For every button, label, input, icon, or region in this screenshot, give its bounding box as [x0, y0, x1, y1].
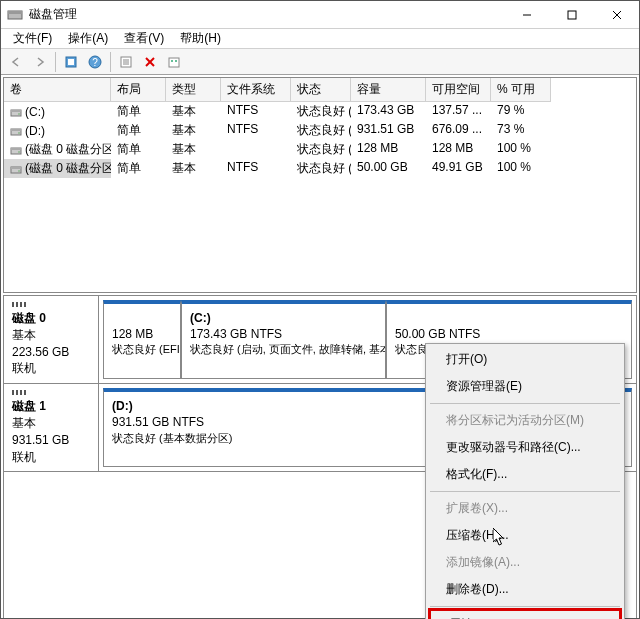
- close-button[interactable]: [594, 1, 639, 29]
- context-menu-item[interactable]: 更改驱动器号和路径(C)...: [428, 434, 622, 461]
- col-capacity[interactable]: 容量: [351, 78, 426, 102]
- partition-size: 50.00 GB NTFS: [395, 326, 623, 342]
- context-menu-item[interactable]: 属性(P): [431, 611, 619, 619]
- svg-rect-1: [8, 11, 22, 14]
- titlebar: 磁盘管理: [1, 1, 639, 29]
- disk-type: 基本: [12, 415, 90, 432]
- volume-fs: NTFS: [221, 159, 291, 178]
- svg-point-27: [18, 151, 20, 153]
- disk-size: 931.51 GB: [12, 432, 90, 449]
- volume-type: 基本: [166, 140, 221, 159]
- toolbar-separator: [110, 52, 111, 72]
- refresh-button[interactable]: [60, 51, 82, 73]
- volume-row[interactable]: (C:)简单基本NTFS状态良好 (...173.43 GB137.57 ...…: [4, 102, 636, 121]
- forward-button: [29, 51, 51, 73]
- partition[interactable]: 128 MB状态良好 (EFI 系统: [103, 300, 181, 379]
- volume-capacity: 128 MB: [351, 140, 426, 159]
- svg-point-17: [171, 60, 173, 62]
- context-menu-item[interactable]: 打开(O): [428, 346, 622, 373]
- context-menu-item: 将分区标记为活动分区(M): [428, 407, 622, 434]
- volume-list-header: 卷 布局 类型 文件系统 状态 容量 可用空间 % 可用: [4, 78, 636, 102]
- col-fs[interactable]: 文件系统: [221, 78, 291, 102]
- volume-status: 状态良好 (...: [291, 140, 351, 159]
- properties-button[interactable]: [163, 51, 185, 73]
- volume-name: (磁盘 0 磁盘分区 4): [25, 160, 111, 177]
- volume-fs: [221, 140, 291, 159]
- svg-rect-20: [11, 110, 21, 112]
- volume-layout: 简单: [111, 102, 166, 121]
- context-menu-separator: [430, 606, 620, 607]
- disk-info[interactable]: 磁盘 1基本931.51 GB联机: [4, 384, 99, 471]
- col-type[interactable]: 类型: [166, 78, 221, 102]
- col-pct[interactable]: % 可用: [491, 78, 551, 102]
- svg-rect-3: [568, 11, 576, 19]
- context-menu-item[interactable]: 压缩卷(H)...: [428, 522, 622, 549]
- toolbar-separator: [55, 52, 56, 72]
- partition-status: 状态良好 (启动, 页面文件, 故障转储, 基本数据分: [190, 342, 377, 357]
- volume-name: (C:): [25, 105, 45, 119]
- disk-size: 223.56 GB: [12, 344, 90, 361]
- delete-button[interactable]: [139, 51, 161, 73]
- disk-stripe-icon: [12, 302, 28, 307]
- maximize-button[interactable]: [549, 1, 594, 29]
- minimize-button[interactable]: [504, 1, 549, 29]
- volume-capacity: 50.00 GB: [351, 159, 426, 178]
- volume-pct: 73 %: [491, 121, 551, 140]
- partition-name: (C:): [190, 310, 377, 326]
- volume-type: 基本: [166, 159, 221, 178]
- col-status[interactable]: 状态: [291, 78, 351, 102]
- disk-name: 磁盘 0: [12, 310, 90, 327]
- settings-button[interactable]: [115, 51, 137, 73]
- menu-help[interactable]: 帮助(H): [172, 28, 229, 49]
- menu-file[interactable]: 文件(F): [5, 28, 60, 49]
- drive-icon: [10, 144, 22, 156]
- volume-type: 基本: [166, 102, 221, 121]
- svg-point-30: [18, 170, 20, 172]
- disk-info[interactable]: 磁盘 0基本223.56 GB联机: [4, 296, 99, 383]
- svg-rect-16: [169, 58, 179, 67]
- svg-rect-29: [11, 167, 21, 169]
- volume-status: 状态良好 (...: [291, 102, 351, 121]
- col-layout[interactable]: 布局: [111, 78, 166, 102]
- back-button: [5, 51, 27, 73]
- help-button[interactable]: ?: [84, 51, 106, 73]
- volume-layout: 简单: [111, 121, 166, 140]
- volume-fs: NTFS: [221, 102, 291, 121]
- volume-fs: NTFS: [221, 121, 291, 140]
- volume-status: 状态良好 (...: [291, 121, 351, 140]
- volume-row[interactable]: (磁盘 0 磁盘分区 1)简单基本状态良好 (...128 MB128 MB10…: [4, 140, 636, 159]
- svg-point-24: [18, 132, 20, 134]
- svg-point-21: [18, 113, 20, 115]
- context-menu-item[interactable]: 格式化(F)...: [428, 461, 622, 488]
- context-menu-item[interactable]: 删除卷(D)...: [428, 576, 622, 603]
- volume-layout: 简单: [111, 159, 166, 178]
- col-free[interactable]: 可用空间: [426, 78, 491, 102]
- disk-name: 磁盘 1: [12, 398, 90, 415]
- col-volume[interactable]: 卷: [4, 78, 111, 102]
- disk-status: 联机: [12, 360, 90, 377]
- volume-pct: 79 %: [491, 102, 551, 121]
- volume-status: 状态良好 (...: [291, 159, 351, 178]
- svg-text:?: ?: [92, 57, 98, 68]
- drive-icon: [10, 106, 22, 118]
- menu-view[interactable]: 查看(V): [116, 28, 172, 49]
- volume-capacity: 173.43 GB: [351, 102, 426, 121]
- partition-size: 173.43 GB NTFS: [190, 326, 377, 342]
- volume-pct: 100 %: [491, 140, 551, 159]
- volume-row[interactable]: (磁盘 0 磁盘分区 4)简单基本NTFS状态良好 (...50.00 GB49…: [4, 159, 636, 178]
- toolbar: ?: [1, 49, 639, 75]
- volume-list: 卷 布局 类型 文件系统 状态 容量 可用空间 % 可用 (C:)简单基本NTF…: [3, 77, 637, 293]
- context-menu-separator: [430, 403, 620, 404]
- context-menu-item-highlighted: 属性(P): [428, 608, 622, 619]
- menu-action[interactable]: 操作(A): [60, 28, 116, 49]
- context-menu-item[interactable]: 资源管理器(E): [428, 373, 622, 400]
- partition-status: 状态良好 (EFI 系统: [112, 342, 172, 357]
- app-icon: [7, 7, 23, 23]
- volume-row[interactable]: (D:)简单基本NTFS状态良好 (...931.51 GB676.09 ...…: [4, 121, 636, 140]
- volume-free: 128 MB: [426, 140, 491, 159]
- svg-point-18: [175, 60, 177, 62]
- partition-size: 128 MB: [112, 326, 172, 342]
- menubar: 文件(F) 操作(A) 查看(V) 帮助(H): [1, 29, 639, 49]
- context-menu-item: 添加镜像(A)...: [428, 549, 622, 576]
- partition[interactable]: (C:)173.43 GB NTFS状态良好 (启动, 页面文件, 故障转储, …: [181, 300, 386, 379]
